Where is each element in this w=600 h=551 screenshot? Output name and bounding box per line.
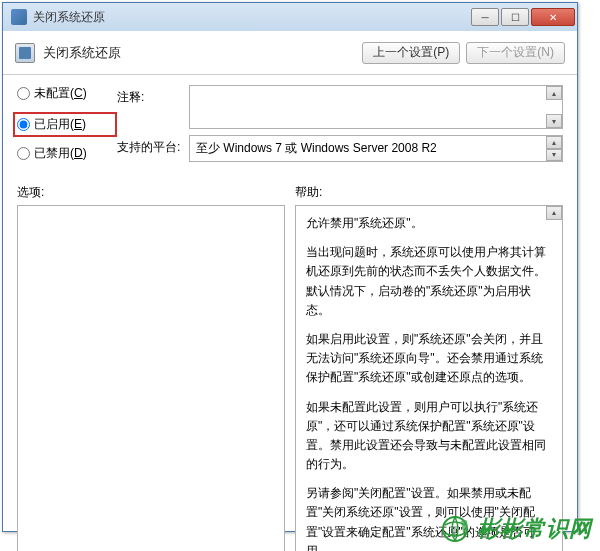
watermark-text: 彬彬常识网 bbox=[477, 514, 592, 544]
previous-setting-button[interactable]: 上一个设置(P) bbox=[362, 42, 460, 64]
app-icon bbox=[11, 9, 27, 25]
radio-enabled-highlight: 已启用(E) bbox=[13, 112, 117, 137]
comment-input[interactable]: ▴ ▾ bbox=[189, 85, 563, 129]
radio-enabled[interactable]: 已启用(E) bbox=[17, 116, 111, 133]
help-box[interactable]: 允许禁用"系统还原"。 当出现问题时，系统还原可以使用户将其计算机还原到先前的状… bbox=[295, 205, 563, 551]
options-column: 选项: bbox=[17, 184, 285, 551]
window-title: 关闭系统还原 bbox=[33, 9, 469, 26]
watermark: 彬彬常识网 bbox=[439, 513, 592, 545]
radio-unconfigured-input[interactable] bbox=[17, 87, 30, 100]
dialog-window: 关闭系统还原 ─ ☐ ✕ 关闭系统还原 上一个设置(P) 下一个设置(N) 未配… bbox=[2, 2, 578, 532]
header-bar: 关闭系统还原 上一个设置(P) 下一个设置(N) bbox=[3, 31, 577, 75]
platform-row: 支持的平台: 至少 Windows 7 或 Windows Server 200… bbox=[117, 135, 563, 162]
next-setting-button[interactable]: 下一个设置(N) bbox=[466, 42, 565, 64]
minimize-button[interactable]: ─ bbox=[471, 8, 499, 26]
scroll-down-icon[interactable]: ▾ bbox=[546, 114, 562, 128]
radio-unconfigured-label: 未配置(C) bbox=[34, 85, 87, 102]
platform-value-box: 至少 Windows 7 或 Windows Server 2008 R2 ▴ … bbox=[189, 135, 563, 162]
help-p2: 当出现问题时，系统还原可以使用户将其计算机还原到先前的状态而不丢失个人数据文件。… bbox=[306, 243, 552, 320]
config-area: 未配置(C) 已启用(E) 已禁用(D) 注释: bbox=[3, 75, 577, 178]
options-label: 选项: bbox=[17, 184, 285, 201]
comment-scroll: ▴ ▾ bbox=[546, 86, 562, 128]
help-column: 帮助: 允许禁用"系统还原"。 当出现问题时，系统还原可以使用户将其计算机还原到… bbox=[295, 184, 563, 551]
options-box[interactable] bbox=[17, 205, 285, 551]
radio-unconfigured[interactable]: 未配置(C) bbox=[17, 85, 117, 102]
scroll-up-icon[interactable]: ▴ bbox=[546, 206, 562, 220]
radio-enabled-input[interactable] bbox=[17, 118, 30, 131]
radio-enabled-label: 已启用(E) bbox=[34, 116, 86, 133]
help-p4: 如果未配置此设置，则用户可以执行"系统还原"，还可以通过系统保护配置"系统还原"… bbox=[306, 398, 552, 475]
platform-value: 至少 Windows 7 或 Windows Server 2008 R2 bbox=[196, 140, 437, 157]
globe-icon bbox=[439, 513, 471, 545]
help-p3: 如果启用此设置，则"系统还原"会关闭，并且无法访问"系统还原向导"。还会禁用通过… bbox=[306, 330, 552, 388]
platform-label: 支持的平台: bbox=[117, 135, 189, 162]
lower-panels: 选项: 帮助: 允许禁用"系统还原"。 当出现问题时，系统还原可以使用户将其计算… bbox=[3, 178, 577, 551]
scroll-up-icon[interactable]: ▴ bbox=[546, 136, 562, 149]
close-button[interactable]: ✕ bbox=[531, 8, 575, 26]
comment-row: 注释: ▴ ▾ bbox=[117, 85, 563, 129]
page-title: 关闭系统还原 bbox=[43, 44, 356, 62]
help-scroll: ▴ ▾ bbox=[546, 206, 562, 551]
comment-label: 注释: bbox=[117, 85, 189, 129]
radio-group: 未配置(C) 已启用(E) 已禁用(D) bbox=[17, 85, 117, 172]
help-label: 帮助: bbox=[295, 184, 563, 201]
radio-disabled-label: 已禁用(D) bbox=[34, 145, 87, 162]
maximize-button[interactable]: ☐ bbox=[501, 8, 529, 26]
window-controls: ─ ☐ ✕ bbox=[469, 8, 575, 26]
radio-disabled[interactable]: 已禁用(D) bbox=[17, 145, 117, 162]
scroll-up-icon[interactable]: ▴ bbox=[546, 86, 562, 100]
policy-icon bbox=[15, 43, 35, 63]
platform-scroll: ▴ ▾ bbox=[546, 136, 562, 161]
titlebar[interactable]: 关闭系统还原 ─ ☐ ✕ bbox=[3, 3, 577, 31]
help-p1: 允许禁用"系统还原"。 bbox=[306, 214, 552, 233]
radio-disabled-input[interactable] bbox=[17, 147, 30, 160]
scroll-down-icon[interactable]: ▾ bbox=[546, 149, 562, 162]
